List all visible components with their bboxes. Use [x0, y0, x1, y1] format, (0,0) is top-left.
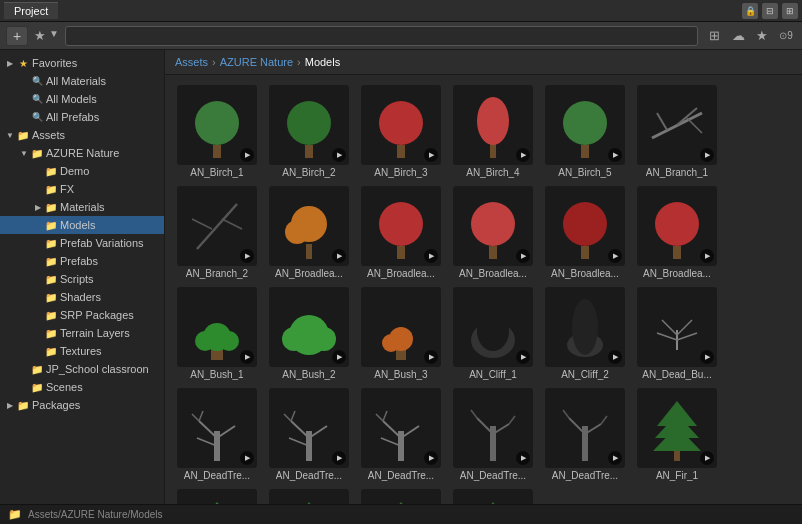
- asset-label: AN_Birch_5: [558, 167, 611, 178]
- svg-marker-84: [289, 502, 329, 505]
- breadcrumb-azure-nature[interactable]: AZURE Nature: [220, 56, 293, 68]
- asset-item[interactable]: ▶AN_Fir_2: [173, 487, 261, 504]
- grid-view-button[interactable]: ⊞: [704, 26, 724, 46]
- play-button[interactable]: ▶: [516, 451, 530, 465]
- play-button[interactable]: ▶: [700, 451, 714, 465]
- play-button[interactable]: ▶: [332, 249, 346, 263]
- sidebar-item-scenes[interactable]: 📁 Scenes: [0, 378, 164, 396]
- sidebar-item-all-prefabs[interactable]: 🔍 All Prefabs: [0, 108, 164, 126]
- asset-item[interactable]: ▶AN_Broadlea...: [633, 184, 721, 281]
- play-button[interactable]: ▶: [700, 249, 714, 263]
- sidebar-item-terrain-layers[interactable]: 📁 Terrain Layers: [0, 324, 164, 342]
- sidebar-item-prefab-variations[interactable]: 📁 Prefab Variations: [0, 234, 164, 252]
- expand-icon[interactable]: ⊞: [782, 3, 798, 19]
- breadcrumb-assets[interactable]: Assets: [175, 56, 208, 68]
- play-button[interactable]: ▶: [240, 350, 254, 364]
- breadcrumb-models: Models: [305, 56, 340, 68]
- asset-label: AN_DeadTre...: [184, 470, 250, 481]
- asset-item[interactable]: ▶AN_Birch_5: [541, 83, 629, 180]
- asset-item[interactable]: ▶AN_Cliff_1: [449, 285, 537, 382]
- svg-point-21: [379, 202, 423, 246]
- add-button[interactable]: +: [6, 26, 28, 46]
- sidebar-item-favorites[interactable]: ▶ ★ Favorites: [0, 54, 164, 72]
- breadcrumb-sep2: ›: [297, 56, 301, 68]
- asset-thumbnail: ▶: [177, 85, 257, 165]
- play-button[interactable]: ▶: [700, 148, 714, 162]
- asset-thumbnail: ▶: [637, 388, 717, 468]
- play-button[interactable]: ▶: [608, 249, 622, 263]
- asset-thumbnail: ▶: [545, 186, 625, 266]
- play-button[interactable]: ▶: [424, 249, 438, 263]
- asset-item[interactable]: ▶AN_DeadTre...: [173, 386, 261, 483]
- spacer: [18, 93, 30, 105]
- play-button[interactable]: ▶: [240, 249, 254, 263]
- asset-item[interactable]: ▶AN_Bush_1: [173, 285, 261, 382]
- asset-item[interactable]: ▶AN_Birch_1: [173, 83, 261, 180]
- asset-label: AN_Broadlea...: [367, 268, 435, 279]
- search-input[interactable]: [65, 26, 698, 46]
- asset-item[interactable]: ▶AN_Bush_2: [265, 285, 353, 382]
- play-button[interactable]: ▶: [240, 148, 254, 162]
- play-button[interactable]: ▶: [240, 451, 254, 465]
- asset-item[interactable]: ▶AN_Fir_4: [357, 487, 445, 504]
- svg-line-15: [222, 219, 242, 229]
- collapse-icon[interactable]: ⊟: [762, 3, 778, 19]
- asset-item[interactable]: ▶AN_Broadlea...: [449, 184, 537, 281]
- svg-line-45: [657, 333, 677, 340]
- asset-item[interactable]: ▶AN_Branch_1: [633, 83, 721, 180]
- asset-item[interactable]: ▶AN_Broadlea...: [265, 184, 353, 281]
- play-button[interactable]: ▶: [608, 148, 622, 162]
- play-button[interactable]: ▶: [608, 451, 622, 465]
- sidebar-item-textures[interactable]: 📁 Textures: [0, 342, 164, 360]
- sidebar-item-fx[interactable]: 📁 FX: [0, 180, 164, 198]
- settings-button[interactable]: ⊙9: [776, 26, 796, 46]
- sidebar-item-prefabs[interactable]: 📁 Prefabs: [0, 252, 164, 270]
- sidebar-item-jp-school[interactable]: 📁 JP_School classroon: [0, 360, 164, 378]
- sidebar-item-srp-packages[interactable]: 📁 SRP Packages: [0, 306, 164, 324]
- asset-item[interactable]: ▶AN_DeadTre...: [357, 386, 445, 483]
- sidebar-item-all-models[interactable]: 🔍 All Models: [0, 90, 164, 108]
- play-button[interactable]: ▶: [332, 451, 346, 465]
- asset-item[interactable]: ▶AN_DeadTre...: [541, 386, 629, 483]
- play-button[interactable]: ▶: [332, 148, 346, 162]
- asset-item[interactable]: ▶AN_DeadTre...: [449, 386, 537, 483]
- sidebar-item-all-materials[interactable]: 🔍 All Materials: [0, 72, 164, 90]
- asset-item[interactable]: ▶AN_Birch_4: [449, 83, 537, 180]
- play-button[interactable]: ▶: [516, 350, 530, 364]
- play-button[interactable]: ▶: [424, 350, 438, 364]
- play-button[interactable]: ▶: [424, 451, 438, 465]
- asset-item[interactable]: ▶AN_DeadTre...: [265, 386, 353, 483]
- asset-item[interactable]: ▶AN_Birch_3: [357, 83, 445, 180]
- cloud-button[interactable]: ☁: [728, 26, 748, 46]
- asset-item[interactable]: ▶AN_Dead_Bu...: [633, 285, 721, 382]
- play-button[interactable]: ▶: [700, 350, 714, 364]
- svg-rect-0: [213, 145, 221, 158]
- lock-icon[interactable]: 🔒: [742, 3, 758, 19]
- sidebar-item-demo[interactable]: 📁 Demo: [0, 162, 164, 180]
- project-tab[interactable]: Project: [4, 2, 58, 19]
- play-button[interactable]: ▶: [516, 249, 530, 263]
- play-button[interactable]: ▶: [332, 350, 346, 364]
- play-button[interactable]: ▶: [608, 350, 622, 364]
- asset-item[interactable]: ▶AN_Bush_3: [357, 285, 445, 382]
- sidebar-item-azure-nature[interactable]: ▼ 📁 AZURE Nature: [0, 144, 164, 162]
- sidebar-item-shaders[interactable]: 📁 Shaders: [0, 288, 164, 306]
- asset-item[interactable]: ▶AN_Broadlea...: [541, 184, 629, 281]
- sidebar-item-assets[interactable]: ▼ 📁 Assets: [0, 126, 164, 144]
- asset-item[interactable]: ▶AN_Fir_5: [449, 487, 537, 504]
- play-button[interactable]: ▶: [516, 148, 530, 162]
- star-filter-button[interactable]: ★: [752, 26, 772, 46]
- asset-item[interactable]: ▶AN_Cliff_2: [541, 285, 629, 382]
- sidebar-item-materials[interactable]: ▶ 📁 Materials: [0, 198, 164, 216]
- asset-item[interactable]: ▶AN_Branch_2: [173, 184, 261, 281]
- asset-item[interactable]: ▶AN_Fir_3: [265, 487, 353, 504]
- asset-item[interactable]: ▶AN_Broadlea...: [357, 184, 445, 281]
- sidebar-item-packages[interactable]: ▶ 📁 Packages: [0, 396, 164, 414]
- sidebar-item-scripts[interactable]: 📁 Scripts: [0, 270, 164, 288]
- sidebar-item-models[interactable]: 📁 Models: [0, 216, 164, 234]
- breadcrumb: Assets › AZURE Nature › Models: [165, 50, 802, 75]
- play-button[interactable]: ▶: [424, 148, 438, 162]
- asset-item[interactable]: ▶AN_Birch_2: [265, 83, 353, 180]
- svg-rect-24: [581, 246, 589, 259]
- asset-item[interactable]: ▶AN_Fir_1: [633, 386, 721, 483]
